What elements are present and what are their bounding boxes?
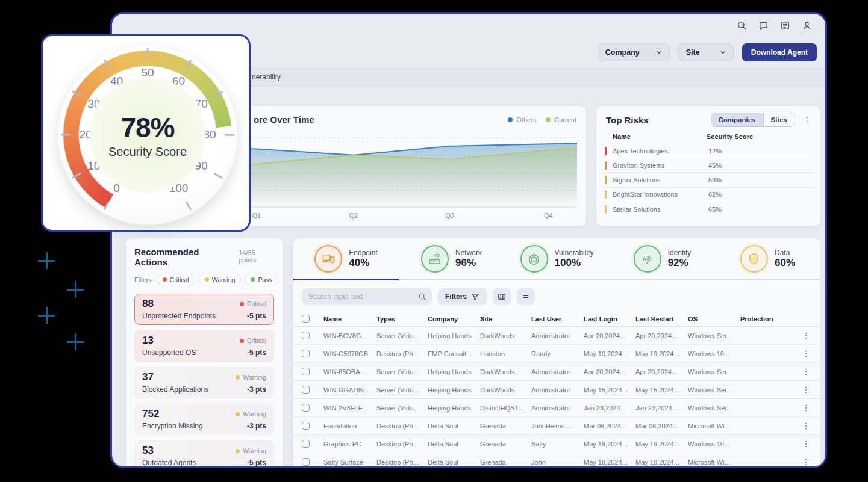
cell-site: Grenada [480, 440, 531, 448]
row-checkbox[interactable] [302, 458, 310, 466]
row-more-options-icon[interactable]: ⋮ [798, 367, 814, 376]
cell-type: Desktop (Ph... [376, 422, 428, 430]
security-score-gauge: 0102030405060708090100 78% Security Scor… [43, 36, 249, 230]
tab-endpoint[interactable]: Endpoint40% [293, 238, 399, 280]
row-checkbox[interactable] [302, 368, 310, 375]
row-checkbox[interactable] [302, 386, 310, 394]
select-all-checkbox[interactable] [302, 315, 310, 323]
cell-last_user: Salty [531, 440, 584, 448]
row-more-options-icon[interactable]: ⋮ [798, 331, 814, 340]
risk-row[interactable]: BrightStar Innovations62% [605, 188, 816, 202]
plus-decoration [38, 307, 55, 324]
table-row[interactable]: WIN-G5978GBDesktop (Ph...EMP Consult...H… [293, 345, 820, 363]
tab-data[interactable]: Data60% [715, 238, 820, 280]
severity-filters: Filters CriticalWarningPass [134, 274, 274, 285]
row-checkbox[interactable] [302, 350, 310, 357]
category-label: Vulnerability [555, 249, 594, 257]
table-row[interactable]: FoundationDesktop (Ph...Delta SoulGrenad… [293, 417, 820, 435]
risk-row[interactable]: Graviton Systems45% [605, 158, 816, 173]
row-more-options-icon[interactable]: ⋮ [798, 385, 814, 394]
risks-tab-sites[interactable]: Sites [763, 113, 795, 126]
table-row[interactable]: WIN-2V3FLE...Server (Virtu...Helping Han… [293, 399, 820, 417]
report-icon[interactable] [780, 20, 790, 31]
risk-name: Graviton Systems [613, 162, 708, 169]
severity-dot-icon [236, 412, 240, 416]
table-row[interactable]: Salty-SurfaceDesktop (Ph...Delta SoulGre… [293, 453, 820, 468]
row-more-options-icon[interactable]: ⋮ [798, 349, 814, 358]
severity-label: Warning [243, 410, 266, 418]
tab-identity[interactable]: Identity92% [610, 238, 715, 280]
table-row[interactable]: WIN-65OBA...Server (Virtu...Helping Hand… [293, 363, 820, 381]
fingerprint-icon [634, 245, 661, 273]
action-count: 88 [142, 298, 154, 310]
cell-name: Graphics-PC [323, 440, 376, 448]
row-more-options-icon[interactable]: ⋮ [798, 403, 814, 412]
cell-site: Grenada [480, 459, 531, 466]
search-input[interactable] [302, 288, 432, 305]
action-label: Encryption Missing [142, 422, 203, 430]
action-card[interactable]: 88CriticalUnprotected Endpoints-5 pts [134, 294, 274, 325]
cell-type: Server (Virtu... [376, 368, 428, 375]
cell-company: Helping Hands [428, 404, 480, 412]
columns-button[interactable] [493, 288, 511, 305]
filter-pill-warning[interactable]: Warning [199, 274, 242, 285]
table-row[interactable]: WIN-GGADI9...Server (Virtu...Helping Han… [293, 381, 820, 399]
more-options-icon[interactable]: ⋮ [801, 114, 813, 126]
risk-row[interactable]: Stellar Solutions65% [605, 202, 816, 217]
search-box [302, 288, 432, 305]
category-text: Vulnerability100% [555, 249, 594, 269]
recommended-actions-card: Recommended Actions 14/35 points Filters… [125, 238, 283, 468]
risk-row[interactable]: Sigma Solutions53% [605, 173, 816, 187]
risks-tab-companies[interactable]: Companies [711, 113, 763, 126]
tab-vulnerability[interactable]: Vulnerability100% [504, 238, 610, 280]
chat-icon[interactable] [758, 20, 769, 31]
download-agent-button[interactable]: Download Agent [742, 43, 817, 61]
filters-button[interactable]: Filters [438, 288, 487, 305]
company-select[interactable]: Company [598, 43, 670, 61]
row-checkbox[interactable] [302, 404, 310, 412]
filter-pill-pass[interactable]: Pass [245, 274, 278, 285]
cell-company: EMP Consult... [428, 350, 480, 357]
table-row[interactable]: WIN-BCV8G...Server (Virtu...Helping Hand… [293, 327, 820, 345]
cell-last_restart: Apr 20,2024... [635, 368, 688, 375]
columns-icon [498, 292, 506, 301]
cell-last_login: Apr 20,2024... [584, 368, 635, 375]
gauge-center: 78% Security Score [90, 77, 205, 193]
row-more-options-icon[interactable]: ⋮ [798, 439, 814, 448]
legend-dot-icon [508, 117, 513, 122]
tab-network[interactable]: Network96% [399, 238, 504, 280]
row-more-options-icon[interactable]: ⋮ [798, 457, 814, 466]
action-card[interactable]: 37WarningBlocked Applications-3 pts [134, 367, 274, 398]
cell-site: DistrictHQS1... [480, 404, 531, 412]
endpoint-devices-icon [314, 245, 342, 273]
action-card-top: 88Critical [142, 298, 266, 310]
row-more-options-icon[interactable]: ⋮ [798, 421, 814, 430]
row-checkbox[interactable] [302, 332, 310, 339]
row-density-button[interactable] [517, 288, 535, 305]
site-select[interactable]: Site [678, 43, 734, 61]
filter-pill-critical[interactable]: Critical [157, 274, 195, 285]
col-header-name: Name [323, 315, 376, 323]
cell-last_user: Randy [531, 350, 584, 357]
search-icon[interactable] [737, 20, 747, 31]
cell-type: Desktop (Ph... [376, 459, 428, 466]
action-points: -5 pts [247, 459, 266, 467]
action-label: Blocked Applications [142, 385, 208, 394]
row-checkbox[interactable] [302, 422, 310, 430]
category-value: 92% [668, 257, 692, 269]
category-value: 60% [775, 257, 795, 269]
action-card[interactable]: 53WarningOutdated Agents-5 pts [134, 440, 274, 468]
chart-legend: OthersCurrent [508, 116, 576, 123]
action-card[interactable]: 13CriticalUnsupported OS-5 pts [134, 330, 274, 362]
table-row[interactable]: Graphics-PCDesktop (Ph...Delta SoulGrena… [293, 435, 820, 453]
action-card[interactable]: 752WarningEncryption Missing-3 pts [134, 404, 274, 435]
row-checkbox[interactable] [302, 440, 310, 448]
action-severity: Warning [236, 447, 266, 454]
cell-last_user: Administrator [531, 332, 584, 339]
legend-item: Current [546, 116, 576, 123]
user-icon[interactable] [802, 20, 812, 31]
col-header-protection: Protection [740, 315, 798, 323]
risk-row[interactable]: Apex Technologies12% [605, 144, 816, 158]
cell-type: Server (Virtu... [376, 404, 428, 412]
breadcrumb: nerability [252, 73, 281, 81]
